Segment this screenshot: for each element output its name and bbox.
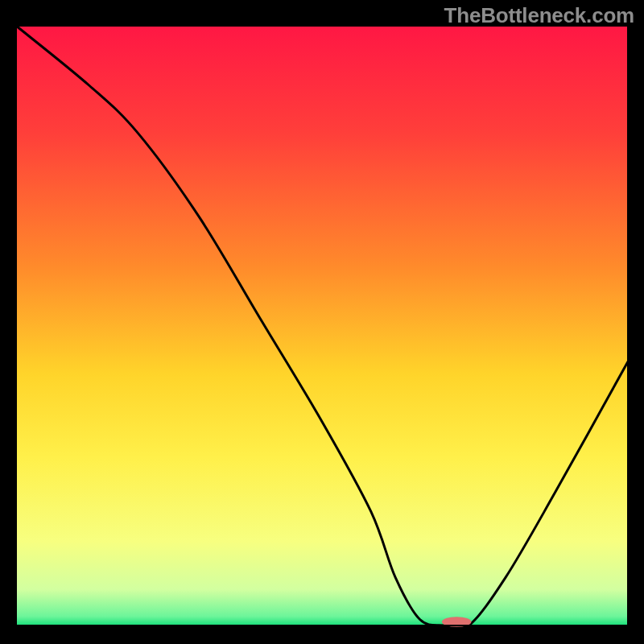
watermark-text: TheBottleneck.com: [444, 3, 634, 28]
gradient-background: [16, 26, 628, 625]
chart-container: TheBottleneck.com: [0, 0, 644, 644]
bottleneck-chart: [0, 0, 644, 644]
